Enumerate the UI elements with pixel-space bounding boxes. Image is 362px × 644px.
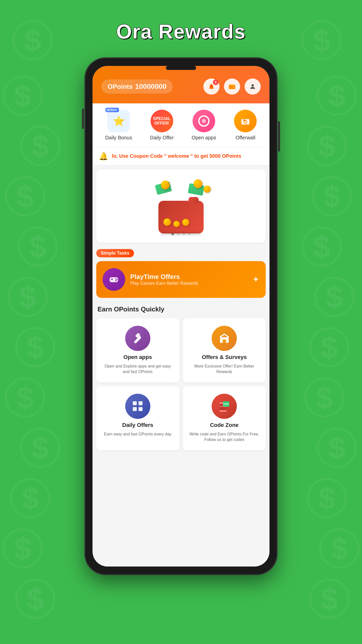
earn-code-zone-title: Code Zone bbox=[210, 422, 239, 428]
earn-daily-title: Daily Offers bbox=[122, 422, 153, 428]
earn-offers-icon bbox=[212, 326, 237, 351]
notification-badge: 0 bbox=[213, 79, 218, 85]
svg-rect-10 bbox=[112, 278, 112, 280]
app-title: Ora Rewards bbox=[116, 20, 246, 43]
daily-bonus-label: Daily Bonus bbox=[105, 135, 132, 141]
offers-icon bbox=[217, 332, 231, 345]
earn-open-apps-desc: Open and Explore apps and get easy and f… bbox=[101, 364, 174, 375]
header-icons: 0 bbox=[203, 78, 261, 95]
earn-offers-title: Offers & Surveys bbox=[202, 354, 247, 360]
playtime-desc: Play Games Earn Better Rewards bbox=[130, 281, 198, 286]
svg-rect-17 bbox=[223, 340, 226, 343]
daily-offer-label: Daily Offer bbox=[150, 135, 174, 141]
earn-daily-desc: Earn easy and fast OPoints every day bbox=[104, 431, 171, 437]
phone-frame: OPoints 10000000 0 bbox=[85, 58, 277, 574]
offerwall-action[interactable]: Offerwall bbox=[234, 110, 257, 141]
simple-tasks-section: Simple Tasks PlayTime Offers Play G bbox=[93, 247, 269, 300]
phone-screen: OPoints 10000000 0 bbox=[93, 66, 269, 567]
points-badge: OPoints 10000000 bbox=[101, 79, 173, 94]
earn-open-apps-card[interactable]: Open apps Open and Explore apps and get … bbox=[96, 318, 179, 382]
store-icon bbox=[239, 115, 251, 127]
svg-point-3 bbox=[202, 119, 206, 123]
daily-offer-icon: SPECIAL OFFER! bbox=[151, 110, 173, 132]
svg-rect-7 bbox=[243, 119, 245, 121]
open-apps-action[interactable]: Open apps bbox=[192, 110, 216, 141]
svg-rect-20 bbox=[133, 407, 137, 411]
user-icon bbox=[249, 83, 256, 90]
coupon-icon: FREE bbox=[217, 399, 231, 413]
notification-text: lo, Use Coupon Code " welcome " to get 5… bbox=[112, 153, 241, 159]
earn-code-zone-card[interactable]: FREE Code Zone Write code and Earn OPoin… bbox=[183, 386, 266, 450]
earn-daily-offers-icon bbox=[125, 394, 150, 419]
earn-offers-card[interactable]: Offers & Surveys More Exclusive Offer! E… bbox=[183, 318, 266, 382]
earn-title: Earn OPoints Quickly bbox=[96, 305, 266, 313]
svg-point-13 bbox=[115, 280, 117, 281]
circle-icon bbox=[198, 115, 210, 127]
simple-tasks-tag: Simple Tasks bbox=[96, 249, 134, 257]
sparkle-icon: ✦ bbox=[252, 274, 259, 285]
svg-point-1 bbox=[251, 84, 254, 87]
notification-bar: 🔔 lo, Use Coupon Code " welcome " to get… bbox=[93, 147, 269, 166]
notification-button[interactable]: 0 bbox=[203, 78, 219, 95]
earn-offers-desc: More Exclusive Offer! Earn Better Reward… bbox=[188, 364, 261, 375]
svg-rect-19 bbox=[139, 401, 143, 405]
earn-code-zone-desc: Write code and Earn OPoints For Free, Fo… bbox=[188, 431, 261, 443]
svg-text:FREE: FREE bbox=[223, 403, 229, 405]
open-apps-icon bbox=[193, 110, 215, 132]
points-label: OPoints bbox=[108, 83, 133, 91]
profile-button[interactable] bbox=[245, 78, 261, 95]
daily-bonus-action[interactable]: BONUS ⭐ Daily Bonus bbox=[105, 110, 132, 141]
earn-code-zone-icon: FREE bbox=[212, 394, 237, 419]
earn-grid: Open apps Open and Explore apps and get … bbox=[96, 318, 266, 450]
gamepad-icon bbox=[108, 273, 120, 286]
earn-open-apps-icon bbox=[125, 326, 150, 351]
playtime-card[interactable]: PlayTime Offers Play Games Earn Better R… bbox=[96, 261, 266, 298]
banner-section bbox=[96, 169, 266, 243]
points-value: 10000000 bbox=[135, 83, 167, 91]
phone-notch bbox=[166, 66, 196, 70]
bonus-badge: BONUS bbox=[105, 108, 119, 112]
earn-open-apps-title: Open apps bbox=[123, 354, 152, 360]
wallet-button[interactable] bbox=[224, 78, 240, 95]
offerwall-label: Offerwall bbox=[236, 135, 255, 141]
daily-bonus-icon: BONUS ⭐ bbox=[107, 110, 130, 132]
quick-actions: BONUS ⭐ Daily Bonus SPECIAL OFFER! Daily… bbox=[93, 103, 269, 147]
svg-point-6 bbox=[244, 121, 246, 123]
offerwall-icon bbox=[234, 110, 257, 132]
svg-point-11 bbox=[115, 278, 117, 279]
app-header: OPoints 10000000 0 bbox=[93, 66, 269, 103]
hammer-icon bbox=[131, 332, 145, 345]
grid-icon bbox=[131, 399, 145, 413]
earn-section: Earn OPoints Quickly Open apps Open and … bbox=[93, 300, 269, 455]
daily-offer-action[interactable]: SPECIAL OFFER! Daily Offer bbox=[150, 110, 174, 141]
notif-bell-icon: 🔔 bbox=[99, 152, 108, 160]
playtime-text: PlayTime Offers Play Games Earn Better R… bbox=[130, 273, 198, 286]
svg-rect-21 bbox=[139, 407, 143, 411]
svg-point-12 bbox=[117, 279, 118, 280]
svg-rect-18 bbox=[133, 401, 137, 405]
wallet-icon bbox=[228, 83, 236, 90]
earn-daily-offers-card[interactable]: Daily Offers Earn easy and fast OPoints … bbox=[96, 386, 179, 450]
open-apps-label: Open apps bbox=[192, 135, 216, 141]
playtime-icon bbox=[103, 268, 125, 291]
banner-image bbox=[146, 177, 216, 227]
playtime-title: PlayTime Offers bbox=[130, 273, 198, 281]
